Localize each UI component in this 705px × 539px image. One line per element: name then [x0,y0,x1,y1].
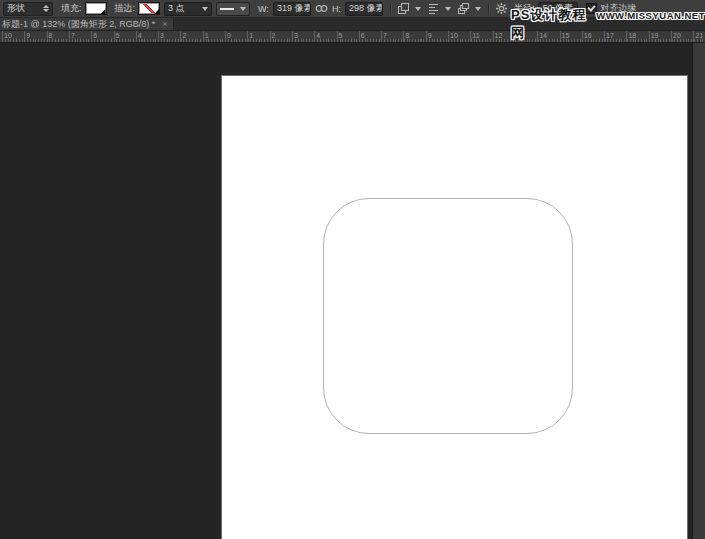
ruler-number: 5 [116,31,120,41]
ruler-number: 7 [71,31,75,41]
divider [390,3,391,15]
tool-settings-button[interactable] [495,2,508,15]
ruler-major-tick [91,31,92,42]
ruler-major-tick [24,31,25,42]
ruler-major-tick [381,31,382,42]
ruler-number: 8 [49,31,53,41]
ruler-number: 11 [472,31,479,41]
ruler-number: 12 [495,31,503,41]
ruler-number: 1 [249,31,253,41]
ruler-major-tick [136,31,137,42]
path-alignment-button[interactable] [427,2,451,15]
document-tab[interactable]: 标题-1 @ 132% (圆角矩形 2, RGB/8) * × [0,18,174,30]
ruler-number: 5 [339,31,343,41]
ruler-major-tick [426,31,427,42]
ruler-number: 9 [428,31,432,41]
shape-height-value: 298 像素 [349,2,383,15]
rounded-rectangle-shape[interactable] [323,198,573,434]
ruler-major-tick [314,31,315,42]
workspace [0,43,705,539]
chevron-down-icon [202,7,208,11]
stroke-color-swatch[interactable] [138,2,160,15]
ruler-major-tick [470,31,471,42]
fill-label: 填充: [61,2,82,15]
shape-width-value: 319 像素 [277,2,311,15]
ruler-number: 1 [205,31,209,41]
ruler-major-tick [225,31,226,42]
ruler-number: 8 [405,31,409,41]
ruler-major-tick [247,31,248,42]
gear-icon [495,2,508,15]
ruler-major-tick [403,31,404,42]
path-arrangement-button[interactable] [457,2,481,15]
ruler-number: 3 [160,31,164,41]
ruler-number: 10 [450,31,458,41]
chevron-updown-icon [43,5,49,12]
document-canvas[interactable] [222,76,687,539]
ruler-major-tick [158,31,159,42]
chevron-down-icon [445,7,451,11]
ruler-major-tick [180,31,181,42]
chevron-down-icon [240,7,246,11]
ruler-number: 6 [93,31,97,41]
chevron-down-icon [475,7,481,11]
ruler-major-tick [47,31,48,42]
combine-shapes-icon [397,2,410,15]
photoshop-app: 形状 填充: 描边: 3 点 W: 319 像素 H: 298 像素 [0,0,705,539]
tool-mode-label: 形状 [7,2,25,15]
ruler-major-tick [69,31,70,42]
chain-link-icon [315,4,328,13]
ruler-number: 0 [227,31,231,41]
ruler-number: 2 [182,31,186,41]
width-label: W: [258,4,269,14]
watermark-site-name: PS设计教程网 [511,6,587,42]
shape-width-field[interactable]: 319 像素 [273,2,311,16]
ruler-number: 2 [272,31,276,41]
stroke-width-field[interactable]: 3 点 [164,2,212,16]
ruler-number: 7 [383,31,387,41]
watermark-site-url: WWW.MISSYUAN.NET [596,10,705,21]
stroke-width-value: 3 点 [168,2,185,15]
link-dimensions-button[interactable] [315,4,328,13]
panel-edge-strip [692,43,705,539]
ruler-major-tick [2,31,3,42]
shape-height-field[interactable]: 298 像素 [345,2,383,16]
path-operations-button[interactable] [397,2,421,15]
stroke-style-picker[interactable] [216,2,250,16]
close-icon[interactable]: × [162,20,167,29]
align-icon [427,2,440,15]
ruler-major-tick [448,31,449,42]
ruler-number: 4 [316,31,320,41]
ruler-major-tick [337,31,338,42]
ruler-major-tick [114,31,115,42]
ruler-number: 10 [4,31,12,41]
stroke-label: 描边: [115,2,136,15]
ruler-number: 3 [294,31,298,41]
fill-color-swatch[interactable] [85,2,107,15]
tool-mode-dropdown[interactable]: 形状 [3,2,53,16]
solid-line-icon [220,8,234,10]
ruler-major-tick [493,31,494,42]
divider [488,3,489,15]
arrange-layers-icon [457,2,470,15]
document-tab-title: 标题-1 @ 132% (圆角矩形 2, RGB/8) * [2,18,155,31]
ruler-major-tick [270,31,271,42]
ruler-number: 4 [138,31,142,41]
ruler-number: 6 [361,31,365,41]
ruler-major-tick [203,31,204,42]
ruler-major-tick [359,31,360,42]
watermark: PS设计教程网 WWW.MISSYUAN.NET [511,6,705,42]
chevron-down-icon [415,7,421,11]
ruler-major-tick [292,31,293,42]
ruler-number: 9 [26,31,30,41]
height-label: H: [332,4,341,14]
